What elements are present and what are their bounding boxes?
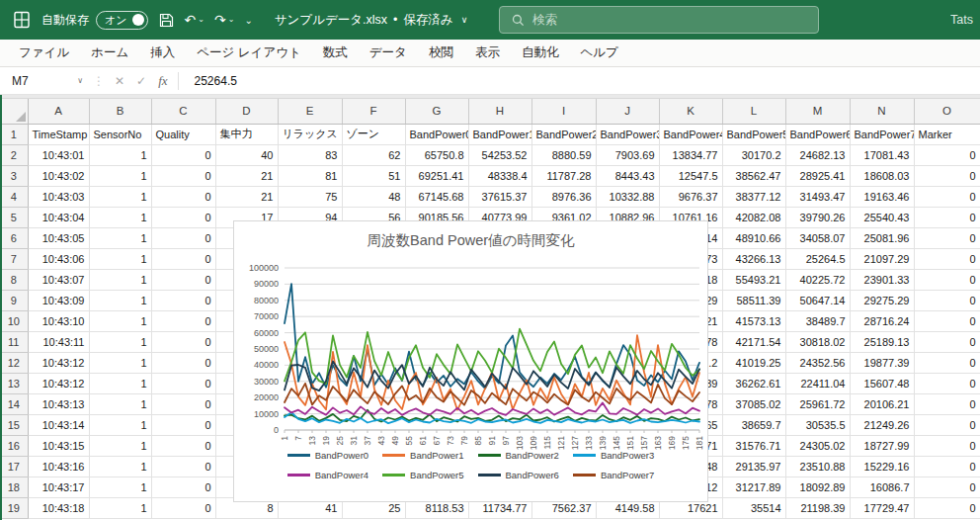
cell-N14[interactable]: 20106.21 [850,393,914,414]
cell-L5[interactable]: 42082.08 [722,207,785,227]
cell-M19[interactable]: 21198.39 [785,497,850,518]
cell-A4[interactable]: 10:43:03 [28,186,89,207]
cell-N9[interactable]: 29275.29 [850,290,914,310]
cell-D3[interactable]: 21 [215,165,278,186]
redo-chevron-icon[interactable]: ⌄ [228,16,235,24]
cell-N7[interactable]: 21097.29 [850,248,914,269]
cell-L6[interactable]: 48910.66 [722,227,785,248]
cell-D1[interactable]: 集中力 [215,124,278,144]
cell-L9[interactable]: 58511.39 [722,290,785,310]
cell-A19[interactable]: 10:43:18 [28,497,89,518]
cell-M16[interactable]: 24305.02 [785,435,850,456]
ribbon-tab-7[interactable]: 表示 [464,40,511,67]
cell-A16[interactable]: 10:43:15 [28,435,89,456]
cell-C14[interactable]: 0 [151,393,215,414]
formula-input[interactable]: 25264.5 [183,74,237,88]
cell-B12[interactable]: 1 [89,352,151,373]
cell-M9[interactable]: 50647.14 [785,290,850,310]
cell-B16[interactable]: 1 [89,435,151,456]
cell-M5[interactable]: 39790.26 [785,207,850,227]
cell-L3[interactable]: 38562.47 [722,165,785,186]
cell-A10[interactable]: 10:43:10 [28,310,89,331]
cell-O9[interactable]: 0 [914,290,980,310]
cell-N15[interactable]: 21249.26 [850,414,914,435]
cell-O16[interactable]: 0 [914,435,980,456]
cell-L12[interactable]: 41019.25 [722,352,785,373]
cell-M8[interactable]: 40225.72 [785,269,850,290]
name-box-chevron-icon[interactable]: ∨ [77,76,83,85]
cell-E2[interactable]: 83 [278,144,342,165]
column-header-O[interactable]: O [914,99,980,124]
cell-L18[interactable]: 31217.89 [722,477,785,497]
cell-N18[interactable]: 16086.7 [850,477,914,497]
ribbon-tab-2[interactable]: 挿入 [139,40,186,67]
cancel-icon[interactable]: ✕ [109,74,130,88]
column-header-H[interactable]: H [468,99,531,124]
cell-N13[interactable]: 15607.48 [850,373,914,393]
ribbon-tab-5[interactable]: データ [359,40,418,67]
cell-B19[interactable]: 1 [89,497,151,518]
search-input[interactable]: 検索 [499,6,819,34]
cell-M3[interactable]: 28925.41 [785,165,850,186]
cell-G4[interactable]: 67145.68 [405,186,468,207]
cell-N11[interactable]: 25189.13 [850,331,914,352]
cell-A13[interactable]: 10:43:12 [28,373,89,393]
name-box[interactable]: M7 ∨ [2,69,89,93]
embedded-chart[interactable]: 周波数Band Power値の時間変化 01000020000300004000… [233,220,708,502]
formula-bar-dots-icon[interactable]: ⋮ [89,74,109,88]
ribbon-tab-3[interactable]: ページ レイアウト [186,40,312,67]
column-header-B[interactable]: B [89,99,151,124]
document-title[interactable]: サンプルデータ.xlsx • 保存済み ∨ [275,12,468,29]
cell-F2[interactable]: 62 [342,144,405,165]
cell-C8[interactable]: 0 [151,269,215,290]
cell-N19[interactable]: 17729.47 [850,497,914,518]
cell-C10[interactable]: 0 [151,310,215,331]
row-header-2[interactable]: 2 [0,144,28,165]
cell-O5[interactable]: 0 [914,207,980,227]
cell-O17[interactable]: 0 [914,456,980,477]
cell-O14[interactable]: 0 [914,393,980,414]
cell-B9[interactable]: 1 [89,290,151,310]
cell-C3[interactable]: 0 [151,165,215,186]
cell-M7[interactable]: 25264.5 [785,248,850,269]
cell-I3[interactable]: 11787.28 [531,165,596,186]
cell-M13[interactable]: 22411.04 [785,373,850,393]
cell-O4[interactable]: 0 [914,186,980,207]
cell-A8[interactable]: 10:43:07 [28,269,89,290]
column-header-I[interactable]: I [531,99,596,124]
cell-B4[interactable]: 1 [89,186,151,207]
column-header-M[interactable]: M [785,99,850,124]
cell-C12[interactable]: 0 [151,352,215,373]
row-header-10[interactable]: 10 [0,310,28,331]
cell-L13[interactable]: 36262.61 [722,373,785,393]
column-header-G[interactable]: G [405,99,468,124]
cell-L7[interactable]: 43266.13 [722,248,785,269]
cell-O3[interactable]: 0 [914,165,980,186]
cell-A9[interactable]: 10:43:09 [28,290,89,310]
row-header-11[interactable]: 11 [0,331,28,352]
cell-A17[interactable]: 10:43:16 [28,456,89,477]
cell-O12[interactable]: 0 [914,352,980,373]
row-header-4[interactable]: 4 [0,186,28,207]
cell-L15[interactable]: 38659.7 [722,414,785,435]
cell-M17[interactable]: 23510.88 [785,456,850,477]
row-header-13[interactable]: 13 [0,373,28,393]
cell-M18[interactable]: 18092.89 [785,477,850,497]
row-header-9[interactable]: 9 [0,290,28,310]
cell-O10[interactable]: 0 [914,310,980,331]
cell-E4[interactable]: 75 [278,186,342,207]
account-name[interactable]: Tats [950,0,980,40]
cell-A3[interactable]: 10:43:02 [28,165,89,186]
cell-O2[interactable]: 0 [914,144,980,165]
cell-B17[interactable]: 1 [89,456,151,477]
cell-J4[interactable]: 10332.88 [596,186,659,207]
row-header-14[interactable]: 14 [0,393,28,414]
cell-L1[interactable]: BandPower5 [722,124,785,144]
row-header-5[interactable]: 5 [0,207,28,227]
cell-C11[interactable]: 0 [151,331,215,352]
cell-A15[interactable]: 10:43:14 [28,414,89,435]
cell-A14[interactable]: 10:43:13 [28,393,89,414]
cell-E1[interactable]: リラックス [278,124,342,144]
cell-O11[interactable]: 0 [914,331,980,352]
cell-K3[interactable]: 12547.5 [659,165,722,186]
